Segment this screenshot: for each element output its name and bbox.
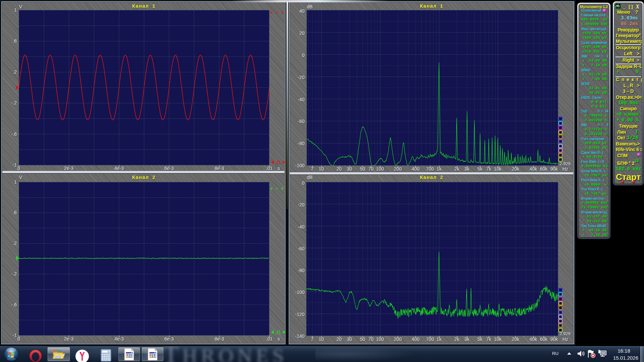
svg-text:0: 0 — [108, 351, 109, 353]
